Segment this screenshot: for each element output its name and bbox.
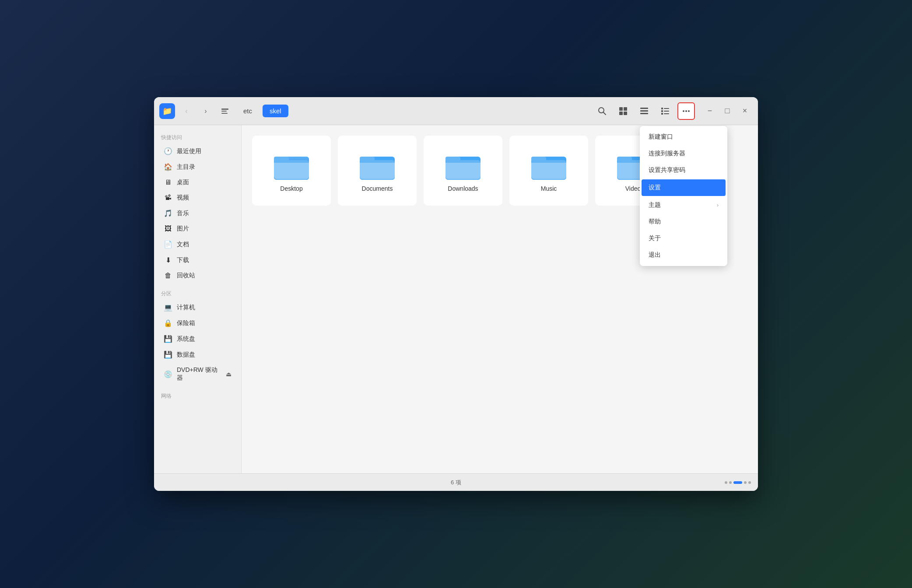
network-label: 网络 <box>154 389 241 402</box>
datadisk-icon: 💾 <box>164 350 172 359</box>
menu-item-quit[interactable]: 退出 <box>640 247 727 263</box>
svg-rect-2 <box>221 113 228 114</box>
svg-point-20 <box>688 110 690 112</box>
menu-item-share-password[interactable]: 设置共享密码 <box>640 162 727 178</box>
svg-rect-10 <box>640 110 648 112</box>
svg-rect-36 <box>617 157 632 162</box>
scroll-indicator <box>725 481 751 484</box>
scroll-dot-1 <box>725 481 727 484</box>
breadcrumb-skel[interactable]: skel <box>263 105 288 117</box>
sidebar-item-dvd[interactable]: 💿 DVD+RW 驱动器 ⏏ <box>157 363 239 385</box>
history-button[interactable] <box>217 103 233 119</box>
desktop-icon: 🖥 <box>164 178 172 186</box>
context-menu: 新建窗口 连接到服务器 设置共享密码 设置 主题 › 帮助 <box>640 126 727 266</box>
folder-icon-downloads <box>445 151 481 180</box>
scroll-dot-5 <box>748 481 751 484</box>
menu-item-new-window[interactable]: 新建窗口 <box>640 129 727 145</box>
theme-arrow-icon: › <box>717 202 719 208</box>
svg-rect-1 <box>221 111 227 112</box>
close-button[interactable]: × <box>737 103 753 119</box>
file-label-desktop: Desktop <box>280 185 302 192</box>
svg-rect-17 <box>664 113 669 114</box>
scroll-dot-2 <box>729 481 732 484</box>
minimize-button[interactable]: − <box>702 103 718 119</box>
svg-rect-14 <box>661 110 663 112</box>
svg-line-4 <box>603 112 606 115</box>
svg-rect-15 <box>664 111 669 112</box>
statusbar-right <box>725 481 751 484</box>
back-button[interactable]: ‹ <box>179 103 194 119</box>
file-content: Desktop Documents <box>242 125 758 473</box>
trash-icon: 🗑 <box>164 272 172 280</box>
svg-rect-11 <box>640 113 648 114</box>
svg-rect-5 <box>619 107 623 111</box>
svg-rect-12 <box>661 108 663 109</box>
sidebar-item-datadisk[interactable]: 💾 数据盘 <box>157 347 239 362</box>
titlebar: 📁 ‹ › etc skel <box>154 97 758 125</box>
file-item-downloads[interactable]: Downloads <box>424 136 502 206</box>
detail-view-button[interactable] <box>656 102 674 120</box>
app-logo: 📁 <box>159 103 175 119</box>
svg-rect-0 <box>221 108 228 110</box>
forward-button[interactable]: › <box>198 103 214 119</box>
file-count: 6 项 <box>451 479 461 486</box>
sidebar-item-music[interactable]: 🎵 音乐 <box>157 206 239 221</box>
video-icon: 📽 <box>164 194 172 202</box>
pictures-icon: 🖼 <box>164 225 172 233</box>
file-label-documents: Documents <box>362 185 393 192</box>
folder-icon-music <box>531 151 566 180</box>
maximize-button[interactable]: □ <box>719 103 735 119</box>
menu-item-settings[interactable]: 设置 <box>642 179 726 196</box>
menu-item-help[interactable]: 帮助 <box>640 214 727 230</box>
list-view-button[interactable] <box>635 102 653 120</box>
svg-rect-27 <box>360 157 375 162</box>
breadcrumb-etc[interactable]: etc <box>236 105 259 117</box>
folder-icon-documents <box>360 151 395 180</box>
sidebar-item-systemdisk[interactable]: 💾 系统盘 <box>157 331 239 346</box>
sidebar-item-trash[interactable]: 🗑 回收站 <box>157 268 239 283</box>
svg-rect-16 <box>661 113 663 115</box>
sidebar-item-computer[interactable]: 💻 计算机 <box>157 300 239 315</box>
menu-item-theme[interactable]: 主题 › <box>640 197 727 214</box>
svg-rect-30 <box>445 157 460 162</box>
file-label-downloads: Downloads <box>448 185 478 192</box>
svg-rect-6 <box>624 107 627 111</box>
sidebar-item-downloads[interactable]: ⬇ 下载 <box>157 252 239 268</box>
vault-icon: 🔒 <box>164 319 172 327</box>
file-label-music: Music <box>541 185 557 192</box>
file-manager-window: 📁 ‹ › etc skel <box>154 97 758 491</box>
window-controls: − □ × <box>702 103 753 119</box>
sidebar-item-vault[interactable]: 🔒 保险箱 <box>157 315 239 331</box>
folder-icon-desktop <box>274 151 309 180</box>
grid-view-button[interactable] <box>614 102 632 120</box>
menu-item-connect-server[interactable]: 连接到服务器 <box>640 145 727 162</box>
svg-point-19 <box>685 110 687 112</box>
sidebar-item-pictures[interactable]: 🖼 图片 <box>157 221 239 236</box>
home-icon: 🏠 <box>164 163 172 171</box>
dvd-icon: 💿 <box>164 370 172 378</box>
svg-rect-8 <box>624 112 627 115</box>
svg-rect-9 <box>640 108 648 109</box>
scroll-dot-active <box>733 481 742 484</box>
svg-rect-24 <box>274 157 289 162</box>
file-item-music[interactable]: Music <box>509 136 588 206</box>
sidebar-item-video[interactable]: 📽 视频 <box>157 190 239 205</box>
sidebar-item-documents[interactable]: 📄 文档 <box>157 237 239 252</box>
computer-icon: 💻 <box>164 303 172 312</box>
file-item-desktop[interactable]: Desktop <box>252 136 331 206</box>
file-item-documents[interactable]: Documents <box>338 136 417 206</box>
menu-item-about[interactable]: 关于 <box>640 230 727 247</box>
documents-icon: 📄 <box>164 240 172 248</box>
sidebar-item-desktop[interactable]: 🖥 桌面 <box>157 175 239 190</box>
quickaccess-label: 快捷访问 <box>154 130 241 143</box>
music-icon: 🎵 <box>164 209 172 217</box>
sidebar-item-recent[interactable]: 🕐 最近使用 <box>157 144 239 159</box>
search-button[interactable] <box>593 102 611 120</box>
eject-icon[interactable]: ⏏ <box>226 371 232 378</box>
more-menu-button[interactable] <box>677 102 695 120</box>
recent-icon: 🕐 <box>164 147 172 155</box>
svg-rect-33 <box>531 157 546 162</box>
systemdisk-icon: 💾 <box>164 335 172 343</box>
main-area: 快捷访问 🕐 最近使用 🏠 主目录 🖥 桌面 📽 视频 🎵 音乐 <box>154 125 758 473</box>
sidebar-item-home[interactable]: 🏠 主目录 <box>157 159 239 175</box>
